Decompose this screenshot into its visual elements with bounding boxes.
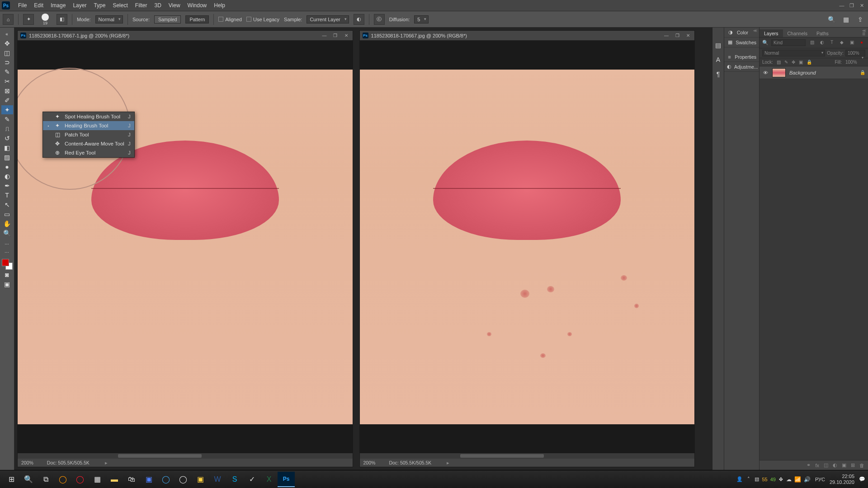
canvas-1[interactable] [18, 41, 353, 453]
opera-icon[interactable]: ◯ [71, 472, 89, 487]
onedrive-icon[interactable]: ☁ [786, 476, 792, 483]
lock-position-icon[interactable]: ✥ [792, 60, 795, 65]
path-select-tool[interactable]: ↖ [1, 200, 13, 209]
lock-artboard-icon[interactable]: ▣ [799, 60, 803, 65]
layer-name[interactable]: Background [789, 70, 816, 75]
chrome-icon[interactable]: ◯ [175, 472, 192, 487]
legacy-checkbox[interactable]: Use Legacy [246, 17, 279, 22]
frame-tool[interactable]: ⊠ [1, 86, 13, 95]
filter-smart-icon[interactable]: ▣ [848, 40, 855, 46]
collapse-arrows-icon[interactable]: ≪ [753, 28, 757, 33]
paragraph-panel-icon[interactable]: ¶ [714, 70, 722, 78]
tool-preset-button[interactable]: ✦ [23, 14, 34, 25]
clone-stamp-tool[interactable]: ⎍ [1, 124, 13, 133]
delete-layer-icon[interactable]: 🗑 [859, 463, 864, 468]
search-button[interactable]: 🔍 [20, 472, 37, 487]
flyout-red-eye[interactable]: ⊕ Red Eye Tool J [43, 148, 134, 157]
photoshop-taskbar-icon[interactable]: Ps [278, 472, 295, 487]
layer-thumbnail[interactable] [772, 68, 786, 77]
crop-tool[interactable]: ✂ [1, 77, 13, 86]
quick-select-tool[interactable]: ✎ [1, 67, 13, 76]
hscroll-2[interactable] [360, 453, 695, 459]
lock-all-icon[interactable]: 🔒 [807, 60, 812, 65]
pressure-opacity-button[interactable]: ⓒ [374, 14, 385, 25]
source-pattern-button[interactable]: Pattern [185, 15, 209, 23]
layer-style-icon[interactable]: fx [815, 463, 819, 468]
workspace-icon[interactable]: ▦ [841, 14, 851, 24]
link-layers-icon[interactable]: ⚭ [807, 462, 811, 468]
layer-visibility-icon[interactable]: 👁 [762, 70, 769, 75]
status-arrow-icon[interactable]: ▸ [447, 460, 449, 465]
flyout-spot-healing[interactable]: ✦ Spot Healing Brush Tool J [43, 112, 134, 121]
filter-adjustment-icon[interactable]: ◐ [818, 40, 826, 46]
document-tab-2[interactable]: Ps 1185230818-170667.jpg @ 200% (RGB/8*)… [360, 31, 695, 41]
menu-view[interactable]: View [165, 0, 184, 10]
window-minimize-button[interactable]: — [837, 1, 846, 9]
filter-pixel-icon[interactable]: ▧ [808, 40, 816, 46]
adjustment-layer-icon[interactable]: ◐ [833, 462, 837, 468]
group-icon[interactable]: ▣ [842, 462, 846, 468]
flyout-content-aware-move[interactable]: ✥ Content-Aware Move Tool J [43, 139, 134, 148]
home-button[interactable]: ⌂ [3, 14, 14, 25]
tab-paths[interactable]: Paths [812, 29, 833, 37]
menu-filter[interactable]: Filter [132, 0, 151, 10]
filter-type-icon[interactable]: T [828, 40, 835, 46]
doc-restore-2[interactable]: ❐ [674, 33, 681, 38]
volume-icon[interactable]: 🔊 [804, 476, 811, 483]
app-icon-2[interactable]: ▣ [192, 472, 209, 487]
hand-tool[interactable]: ✋ [1, 219, 13, 228]
tab-layers[interactable]: Layers [760, 29, 783, 37]
character-panel-icon[interactable]: A [714, 56, 722, 64]
marquee-tool[interactable]: ◫ [1, 48, 13, 57]
app-icon-3[interactable]: ✓ [243, 472, 260, 487]
notifications-icon[interactable]: 💬 [859, 476, 865, 482]
pressure-size-button[interactable]: ◧ [57, 14, 67, 25]
swatches-panel-button[interactable]: ▦Swatches [724, 38, 759, 47]
more-tools[interactable]: ⋯ [1, 248, 13, 257]
eraser-tool[interactable]: ◧ [1, 143, 13, 152]
search-icon[interactable]: 🔍 [762, 40, 769, 46]
collapse-arrows-icon[interactable]: ≪ [862, 28, 866, 33]
source-sampled-button[interactable]: Sampled [154, 15, 181, 23]
doc-close-1[interactable]: ✕ [343, 33, 350, 38]
menu-window[interactable]: Window [184, 0, 211, 10]
flyout-patch[interactable]: ◫ Patch Tool J [43, 130, 134, 139]
zoom-tool[interactable]: 🔍 [1, 229, 13, 238]
menu-type[interactable]: Type [90, 0, 109, 10]
skype-icon[interactable]: S [226, 472, 243, 487]
type-tool[interactable]: T [1, 191, 13, 200]
hscroll-1[interactable] [18, 453, 353, 459]
start-button[interactable]: ⊞ [3, 472, 20, 487]
layer-lock-icon[interactable]: 🔒 [860, 70, 865, 75]
gradient-tool[interactable]: ▨ [1, 153, 13, 162]
menu-layer[interactable]: Layer [69, 0, 90, 10]
store-icon[interactable]: 🛍 [123, 472, 140, 487]
quick-mask-button[interactable]: ◙ [1, 270, 13, 279]
fill-field[interactable]: 100% [845, 60, 865, 65]
new-layer-icon[interactable]: ⊞ [851, 462, 855, 468]
menu-select[interactable]: Select [109, 0, 131, 10]
properties-panel-button[interactable]: ≡Properties [724, 52, 759, 62]
tray-expand-icon[interactable]: ˄ [747, 476, 750, 482]
word-icon[interactable]: W [209, 472, 226, 487]
calculator-icon[interactable]: ▦ [89, 472, 106, 487]
eyedropper-tool[interactable]: ✐ [1, 96, 13, 105]
lock-transparent-icon[interactable]: ▨ [777, 60, 781, 65]
layer-mask-icon[interactable]: ◫ [824, 462, 828, 468]
brush-preview[interactable]: 19 [38, 14, 52, 25]
flyout-healing-brush[interactable]: • ✦ Healing Brush Tool J [43, 121, 134, 130]
lock-pixels-icon[interactable]: ✎ [784, 60, 788, 65]
aligned-checkbox[interactable]: Aligned [218, 17, 242, 22]
window-restore-button[interactable]: ❐ [847, 1, 856, 9]
foreground-color[interactable] [2, 259, 9, 266]
tool-collapse-icon[interactable]: « [1, 29, 13, 38]
status-arrow-icon[interactable]: ▸ [105, 460, 108, 465]
history-brush-tool[interactable]: ↺ [1, 134, 13, 143]
ignore-adjustment-button[interactable]: ◐ [354, 14, 364, 25]
shape-tool[interactable]: ▭ [1, 210, 13, 219]
diffusion-field[interactable]: 5 [414, 15, 429, 23]
wifi-icon[interactable]: 📶 [794, 476, 801, 483]
mode-dropdown[interactable]: Normal [95, 15, 123, 23]
canvas-2[interactable] [360, 41, 695, 453]
color-swatch[interactable] [2, 259, 13, 270]
